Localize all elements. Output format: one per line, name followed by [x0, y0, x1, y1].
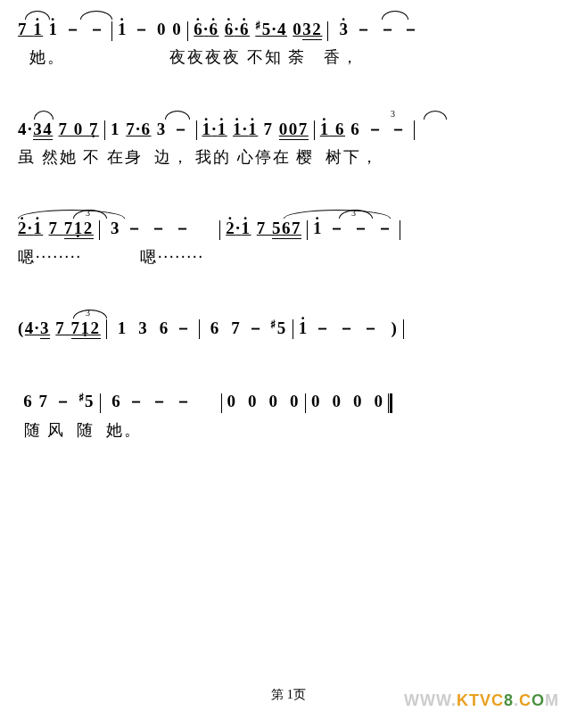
slur-mark	[165, 111, 190, 120]
triplet-mark: 3	[391, 109, 395, 119]
music-sheet: 7 1 1 － －1 － 0 06·6 6·6 ♯5·4 032 3 － － －…	[18, 16, 559, 442]
notation-row: (4·3 7 712 1 3 6 － 6 7 － ♯51 － － － )	[18, 315, 559, 342]
watermark-segment: M	[545, 691, 559, 709]
triplet-mark: 3	[351, 208, 356, 218]
music-line: 4·34 7 0 71 7·6 3 －1·1 1·1 7 0071 6 6 － …	[18, 116, 559, 170]
music-line: 7 1 1 － －1 － 0 06·6 6·6 ♯5·4 032 3 － － －…	[18, 16, 559, 70]
watermark-segment: KTVC	[457, 691, 504, 709]
lyrics-row: 随 风 随 她。	[18, 419, 559, 442]
notation-row: 6 7 － ♯5 6 － － － 0 0 0 00 0 0 0	[18, 388, 559, 415]
slur-mark	[284, 210, 391, 219]
triplet-mark: 3	[86, 208, 90, 218]
notation-row: 2·1 7 712 3 － － － 2·1 7 5671 － － －	[18, 215, 559, 242]
watermark-segment: 8	[504, 691, 514, 709]
music-line: 6 7 － ♯5 6 － － － 0 0 0 00 0 0 0 随 风 随 她。	[18, 388, 559, 442]
watermark: WWW.KTVC8.COM	[404, 691, 559, 710]
slur-mark	[382, 11, 408, 20]
watermark-segment: O	[532, 691, 545, 709]
notation-row: 4·34 7 0 71 7·6 3 －1·1 1·1 7 0071 6 6 － …	[18, 116, 559, 143]
lyrics-row: 虽 然她 不 在身 边， 我的 心停在 樱 树下，	[18, 146, 559, 169]
notation-row: 7 1 1 － －1 － 0 06·6 6·6 ♯5·4 032 3 － － －	[18, 16, 559, 43]
watermark-segment: WWW	[404, 691, 451, 709]
slur-mark	[18, 210, 125, 219]
slur-mark	[73, 310, 107, 318]
music-line: 2·1 7 712 3 － － － 2·1 7 5671 － － －33嗯···…	[18, 215, 559, 269]
music-line: (4·3 7 712 1 3 6 － 6 7 － ♯51 － － － )3	[18, 315, 559, 342]
slur-mark	[80, 11, 112, 20]
lyrics-row: 嗯········ 嗯········	[18, 246, 559, 269]
slur-mark	[34, 111, 54, 120]
triplet-mark: 3	[86, 308, 90, 318]
watermark-segment: C	[519, 691, 532, 709]
slur-mark	[424, 111, 447, 120]
lyrics-row: 她。 夜夜夜夜 不知 荼 香，	[18, 46, 559, 69]
slur-mark	[25, 11, 50, 20]
page-number: 第 1页	[271, 687, 306, 703]
